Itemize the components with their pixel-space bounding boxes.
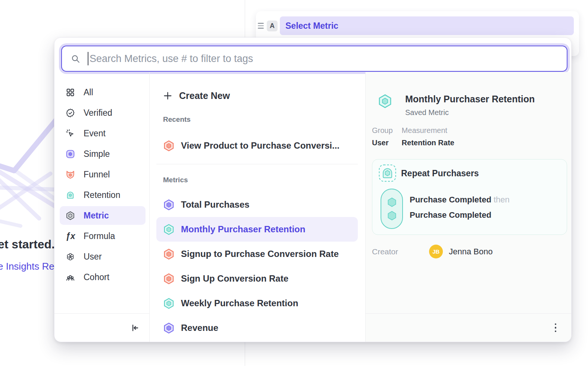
create-new-button[interactable]: Create New <box>156 85 358 106</box>
measurement-field: Measurement Retention Rate <box>402 126 454 147</box>
simple-metric-icon <box>163 199 175 211</box>
event-hexagon-icon <box>387 197 397 207</box>
list-item-monthly-purchaser-retention[interactable]: Monthly Purchaser Retention <box>156 217 358 242</box>
formula-fx-icon: ƒx <box>66 231 75 241</box>
list-item-signup-to-purchase-conversion-rate[interactable]: Signup to Purchase Conversion Rate <box>156 242 358 266</box>
funnel-icon <box>66 170 75 179</box>
sidebar-item-funnel[interactable]: Funnel <box>60 165 146 184</box>
sidebar-item-retention[interactable]: Retention <box>60 186 146 204</box>
select-metric-label: Select Metric <box>285 21 338 31</box>
drag-handle-icon[interactable] <box>258 23 264 29</box>
collapse-sidebar-icon[interactable] <box>130 323 140 333</box>
event-sequence-capsule <box>381 189 403 229</box>
sidebar-item-metric[interactable]: Metric <box>60 206 146 225</box>
cohort-people-icon <box>66 273 75 282</box>
sidebar-item-formula[interactable]: ƒx Formula <box>60 227 146 245</box>
retention-metric-icon <box>163 298 175 309</box>
detail-footer <box>366 313 572 342</box>
select-metric-button[interactable]: Select Metric <box>280 16 574 35</box>
verified-badge-icon <box>66 108 75 118</box>
category-sidebar: All Verified Event <box>54 72 150 342</box>
sidebar-item-cohort[interactable]: Cohort <box>60 268 146 286</box>
user-cluster-icon <box>66 252 75 261</box>
more-options-kebab-icon[interactable] <box>553 321 559 335</box>
list-item-recent-funnel[interactable]: View Product to Purchase Conversi... <box>156 133 358 158</box>
funnel-metric-icon <box>163 140 175 152</box>
grid-icon <box>66 88 75 97</box>
search-input[interactable]: Search Metrics, use # to filter to tags <box>61 46 567 72</box>
metrics-section-header: Metrics <box>163 176 188 184</box>
simple-metric-icon <box>66 149 75 159</box>
creator-name: Jenna Bono <box>449 247 492 257</box>
screen: et started. e Insights Re A Select Metri… <box>0 0 588 366</box>
list-item-weekly-purchase-retention[interactable]: Weekly Purchase Retention <box>156 291 358 316</box>
list-item-revenue[interactable]: Revenue <box>156 316 358 340</box>
metric-detail-panel: Monthly Purchaser Retention Saved Metric… <box>365 72 572 342</box>
background-insights-link-fragment[interactable]: e Insights Re <box>0 261 54 272</box>
sidebar-footer <box>54 313 149 342</box>
search-icon <box>71 54 80 63</box>
funnel-metric-icon <box>163 273 175 285</box>
definition-step-2: Purchase Completed <box>410 210 491 220</box>
detail-subtitle: Saved Metric <box>405 108 535 117</box>
retention-definition-icon <box>379 164 396 182</box>
metric-list-panel: Create New Recents View Product to Purch… <box>150 72 365 342</box>
simple-metric-icon <box>163 322 175 334</box>
text-caret <box>88 52 88 65</box>
creator-label: Creator <box>372 247 429 256</box>
metric-hexagon-icon <box>66 211 75 220</box>
list-item-sign-up-conversion-rate[interactable]: Sign Up Conversion Rate <box>156 266 358 291</box>
event-cursor-icon <box>66 129 75 138</box>
sidebar-item-user[interactable]: User <box>60 247 146 266</box>
background-heading-fragment: et started. <box>0 238 55 251</box>
definition-step-1: Purchase Completed then <box>410 195 510 205</box>
list-divider <box>156 164 358 164</box>
list-item-total-purchases[interactable]: Total Purchases <box>156 192 358 217</box>
group-field: Group User <box>372 126 393 147</box>
detail-title: Monthly Purchaser Retention <box>405 94 535 105</box>
search-placeholder: Search Metrics, use # to filter to tags <box>90 53 253 65</box>
recents-section-header: Recents <box>163 115 191 124</box>
sidebar-item-simple[interactable]: Simple <box>60 145 146 163</box>
retention-metric-icon <box>378 94 392 109</box>
metric-definition-card: Repeat Purchasers Purchase Completed the… <box>372 159 567 235</box>
metric-picker-modal: Search Metrics, use # to filter to tags … <box>54 37 572 342</box>
sidebar-item-all[interactable]: All <box>60 83 146 102</box>
plus-icon <box>163 91 172 100</box>
definition-title: Repeat Purchasers <box>401 168 479 179</box>
creator-row: Creator JB Jenna Bono <box>372 245 492 258</box>
retention-metric-icon <box>163 224 175 235</box>
creator-avatar: JB <box>429 245 443 258</box>
event-hexagon-icon <box>387 211 397 221</box>
retention-icon <box>66 190 75 200</box>
funnel-metric-icon <box>163 248 175 260</box>
sidebar-item-verified[interactable]: Verified <box>60 103 146 122</box>
step-letter-badge: A <box>267 21 278 31</box>
sidebar-item-event[interactable]: Event <box>60 124 146 143</box>
